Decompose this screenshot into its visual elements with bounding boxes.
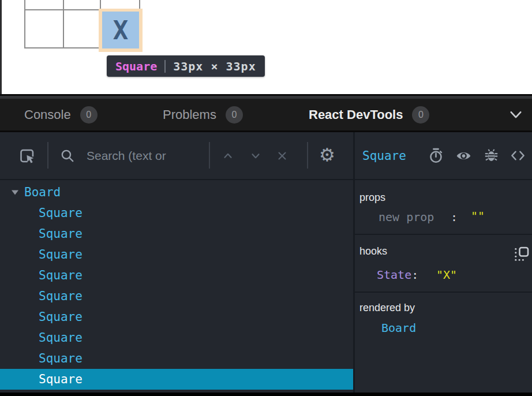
tree-row-square[interactable]: Square bbox=[0, 203, 353, 223]
react-devtools-panel: ⚙ Square bbox=[0, 132, 532, 393]
toolbar-divider bbox=[307, 142, 308, 169]
tree-row-square[interactable]: Square bbox=[0, 307, 353, 327]
rendered-by-owner-link[interactable]: Board bbox=[381, 321, 416, 335]
section-divider bbox=[355, 234, 532, 235]
chevron-down-icon[interactable] bbox=[508, 107, 524, 123]
tooltip-component-name: Square bbox=[115, 59, 157, 73]
new-prop-key[interactable]: new prop bbox=[379, 210, 434, 224]
log-to-console-bug-icon[interactable] bbox=[484, 148, 499, 163]
settings-gear-icon[interactable]: ⚙ bbox=[319, 145, 335, 165]
tab-problems[interactable]: Problems 0 bbox=[163, 99, 243, 130]
tree-row-label: Square bbox=[39, 310, 83, 324]
tooltip-separator bbox=[164, 60, 166, 73]
tab-label: Problems bbox=[163, 107, 216, 122]
section-divider bbox=[355, 292, 532, 293]
tree-row-label: Square bbox=[39, 372, 83, 386]
tree-row-label: Square bbox=[39, 248, 83, 261]
page-preview: X Square 33px × 33px bbox=[0, 0, 532, 94]
tooltip-dimensions: 33px × 33px bbox=[173, 59, 256, 73]
inspected-element-panel: props new prop : "" hooks State: "X" ren… bbox=[355, 180, 532, 393]
tab-console[interactable]: Console 0 bbox=[24, 99, 98, 130]
tab-react-devtools[interactable]: React DevTools 0 bbox=[309, 99, 429, 130]
toolbar-divider bbox=[47, 142, 48, 169]
tree-row-square[interactable]: Square bbox=[0, 327, 353, 348]
selected-component-title: Square bbox=[362, 149, 406, 163]
tree-row-board[interactable]: Board bbox=[0, 182, 353, 203]
hook-state-value[interactable]: "X" bbox=[436, 268, 457, 282]
search-input[interactable] bbox=[85, 145, 206, 167]
tree-row-square[interactable]: Square bbox=[0, 286, 353, 307]
toolbar-divider bbox=[209, 142, 210, 169]
inspect-tooltip: Square 33px × 33px bbox=[107, 55, 265, 77]
tree-row-label: Square bbox=[39, 268, 83, 282]
props-section-title: props bbox=[359, 192, 385, 204]
hook-name: State bbox=[377, 268, 411, 282]
devtools-tab-bar: Console 0 Problems 0 React DevTools 0 bbox=[0, 99, 532, 130]
rendered-by-section-title: rendered by bbox=[359, 302, 415, 314]
board-grid-line bbox=[63, 0, 64, 48]
clear-search-icon[interactable] bbox=[276, 150, 289, 162]
previous-result-icon[interactable] bbox=[222, 150, 234, 162]
inspect-element-icon[interactable] bbox=[19, 148, 35, 164]
new-prop-value[interactable]: "" bbox=[471, 209, 485, 223]
tree-row-label: Square bbox=[39, 352, 83, 365]
tree-row-square[interactable]: Square bbox=[0, 348, 353, 369]
inspect-dom-eye-icon[interactable] bbox=[456, 148, 471, 163]
search-icon bbox=[60, 148, 74, 163]
window-bottom-edge bbox=[0, 393, 532, 396]
parse-hook-names-icon[interactable] bbox=[514, 246, 529, 261]
hook-colon: : bbox=[411, 268, 418, 282]
tree-row-label: Square bbox=[39, 331, 83, 345]
prop-colon: : bbox=[451, 210, 458, 224]
tree-row-square[interactable]: Square bbox=[0, 223, 353, 244]
tab-badge: 0 bbox=[226, 106, 243, 124]
next-result-icon[interactable] bbox=[249, 150, 262, 162]
hook-state-key[interactable]: State: bbox=[377, 268, 418, 282]
tree-row-square[interactable]: Square bbox=[0, 244, 353, 265]
tree-row-square-selected[interactable]: Square bbox=[0, 369, 353, 390]
tree-row-label: Square bbox=[39, 227, 83, 241]
tree-row-label: Square bbox=[39, 289, 83, 303]
tab-label: React DevTools bbox=[309, 107, 403, 122]
expander-triangle-icon[interactable] bbox=[11, 189, 19, 196]
tree-row-square[interactable]: Square bbox=[0, 265, 353, 286]
tab-label: Console bbox=[24, 107, 71, 122]
tree-row-label: Square bbox=[39, 206, 83, 220]
hooks-section-title: hooks bbox=[359, 245, 387, 257]
component-tree: Board Square Square Square Square Square… bbox=[0, 180, 353, 393]
tab-badge: 0 bbox=[80, 106, 98, 124]
suspend-timer-icon[interactable] bbox=[428, 148, 444, 163]
app-window: X Square 33px × 33px Console 0 Problems … bbox=[0, 0, 532, 396]
page-left-edge bbox=[0, 0, 2, 94]
board-grid-line bbox=[24, 0, 25, 48]
view-source-code-icon[interactable] bbox=[510, 148, 526, 163]
highlighted-square-cell[interactable]: X bbox=[102, 12, 139, 48]
tab-badge: 0 bbox=[412, 106, 429, 124]
tree-row-label: Board bbox=[24, 185, 61, 199]
